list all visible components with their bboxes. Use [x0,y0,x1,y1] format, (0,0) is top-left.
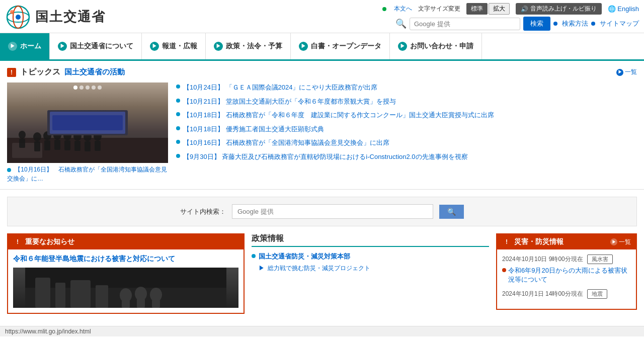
logo-text: 国土交通省 [35,8,106,26]
nav-item-about[interactable]: ▶ 国土交通省について [50,33,142,59]
topic-link-4[interactable]: 【10月16日】 石橋政務官が「全国港湾知事協議会意見交換会」に出席 [183,138,389,148]
topic-dot-0 [176,84,180,89]
nav-item-news[interactable]: ▶ 報道・広報 [142,33,206,59]
disaster-title: ! 災害・防災情報 [502,237,564,246]
topic-link-2[interactable]: 【10月18日】 石橋政務官が「令和６年度 建設業に関する作文コンクール」国土交… [183,110,494,120]
svg-rect-35 [137,299,145,308]
site-search-button[interactable]: 🔍 [439,205,464,219]
nav-item-home[interactable]: ▶ ホーム [0,33,50,59]
speaker-icon: 🔊 [521,6,528,13]
lower-right: ! 災害・防災情報 ▶ 一覧 2024年10月10日 9時00分現在 風水害 [496,233,637,319]
notice-link[interactable]: 令和６年能登半島地震における被害と対応について [13,255,175,263]
svg-point-4 [10,10,14,14]
policy-sub-link-0[interactable]: 総力戦で挑む防災・減災プロジェクト [268,264,370,273]
policy-dot-0 [252,254,256,258]
dot-5 [98,86,102,90]
policy-section: 政策情報 国土交通省防災・減災対策本部 ▶ 総力戦で挑む防災・減災プロジェクト [252,233,489,273]
topics-image-caption[interactable]: 【10月16日】 石橋政務官が「全国港湾知事協議会意見交換会」に… [7,165,168,183]
topic-link-1[interactable]: 【10月21日】 堂故国土交通副大臣が「令和６年度都市景観大賞」を授与 [183,97,396,107]
svg-rect-25 [52,115,123,130]
topics-content: 【10月16日】 石橋政務官が「全国港湾知事協議会意見交換会」に… 【10月24… [7,82,637,183]
policy-link-0[interactable]: 国土交通省防災・減災対策本部 [259,252,350,261]
topic-link-3[interactable]: 【10月18日】 優秀施工者国土交通大臣顕彰式典 [183,124,324,134]
disaster-item-0: 2024年10月10日 9時00分現在 風水害 令和6年9月20日からの大雨によ… [502,255,631,284]
nav-item-policy[interactable]: ▶ 政策・法令・予算 [206,33,291,59]
honbun-link[interactable]: 本文へ [394,5,412,13]
standard-btn[interactable]: 標準 [466,3,488,15]
topic-item-4: 【10月16日】 石橋政務官が「全国港湾知事協議会意見交換会」に出席 [176,138,637,148]
svg-rect-30 [70,280,91,308]
svg-point-32 [120,288,132,302]
size-buttons: 標準 拡大 [466,3,510,15]
nav-arrow-about: ▶ [58,42,67,51]
svg-point-36 [150,288,162,302]
nav-item-data[interactable]: ▶ 白書・オープンデータ [291,33,390,59]
important-notice: ! 重要なお知らせ 令和６年能登半島地震における被害と対応について [7,233,245,314]
nav-arrow-policy: ▶ [214,42,223,51]
disaster-date-0: 2024年10月10日 9時00分現在 風水害 [502,255,631,264]
dot-2 [79,86,84,90]
svg-rect-20 [95,141,101,151]
topic-item-2: 【10月18日】 石橋政務官が「令和６年度 建設業に関する作文コンクール」国土交… [176,110,637,120]
nav-arrow-contact: ▶ [398,42,407,51]
search-method-link[interactable]: 検索方法 [562,19,588,28]
topic-dot-5 [176,154,180,158]
topic-dot-3 [176,126,180,130]
svg-point-34 [135,287,147,301]
disaster-red-dot-0 [502,268,506,272]
logo-area[interactable]: 国土交通省 [5,5,106,29]
topic-item-3: 【10月18日】 優秀施工者国土交通大臣顕彰式典 [176,124,637,134]
svg-rect-28 [35,278,50,308]
dot-4 [92,86,96,90]
topics-image-box: 【10月16日】 石橋政務官が「全国港湾知事協議会意見交換会」に… [7,82,168,183]
audio-btn[interactable]: 🔊 音声読み上げ・ルビ振り [516,3,602,15]
search-row: 🔍 検索 検索方法 サイトマップ [395,17,639,31]
header: 国土交通省 本文へ 文字サイズ変更 標準 拡大 🔊 音声読み上げ・ルビ振り 🌐 … [0,0,644,33]
topics-subtitle: 国土交通省の活動 [64,67,125,77]
logo-icon [5,5,31,29]
header-top-links: 本文へ 文字サイズ変更 標準 拡大 🔊 音声読み上げ・ルビ振り 🌐 Englis… [382,3,639,15]
kakudai-btn[interactable]: 拡大 [489,3,510,15]
topic-link-5[interactable]: 【9月30日】 斉藤大臣及び石橋政務官が直轄砂防現場におけるi-Construc… [183,152,468,162]
main-content: ! トピックス 国土交通省の活動 ▶ 一覧 [0,61,644,326]
site-search-label: サイト内検索： [180,207,226,216]
site-search-input[interactable] [232,204,433,219]
sitemap-dot [591,22,595,26]
search-input[interactable] [410,18,520,30]
ichiran-arrow-icon: ▶ [616,69,623,76]
search-button[interactable]: 検索 [523,17,550,31]
search-icon: 🔍 [395,18,407,29]
disaster-ichiran-link[interactable]: ▶ 一覧 [610,238,631,246]
topics-header: ! トピックス 国土交通省の活動 ▶ 一覧 [7,67,637,77]
important-notice-header: ! 重要なお知らせ [8,234,244,249]
image-dots [73,86,102,90]
sitemap-link[interactable]: サイトマップ [600,19,639,28]
svg-rect-29 [55,283,65,308]
header-top: 国土交通省 本文へ 文字サイズ変更 標準 拡大 🔊 音声読み上げ・ルビ振り 🌐 … [0,0,644,33]
status-bar: https://www.mlit.go.jp/index.html [0,326,644,336]
globe-icon: 🌐 [608,5,616,13]
svg-point-7 [33,132,41,141]
topic-item-5: 【9月30日】 斉藤大臣及び石橋政務官が直轄砂防現場におけるi-Construc… [176,152,637,162]
disaster-date-1: 2024年10月1日 14時00分現在 地震 [502,289,631,299]
nav-arrow-data: ▶ [299,42,308,51]
lower-section: ! 重要なお知らせ 令和６年能登半島地震における被害と対応について [0,226,644,326]
svg-rect-8 [34,141,40,151]
topics-ichiran-link[interactable]: ▶ 一覧 [616,68,637,76]
honbun-dot [382,7,386,11]
topics-image-svg [7,108,168,163]
dot-3 [86,86,90,90]
nav-item-contact[interactable]: ▶ お問い合わせ・申請 [390,33,482,59]
topic-item-1: 【10月21日】 堂故国土交通副大臣が「令和６年度都市景観大賞」を授与 [176,97,637,107]
nav-arrow-news: ▶ [150,42,159,51]
disaster-badge-0: 風水害 [587,255,613,264]
lower-left: ! 重要なお知らせ 令和６年能登半島地震における被害と対応について [7,233,245,319]
notice-exclamation-icon: ! [13,237,22,246]
topic-dot-1 [176,99,180,103]
exclamation-icon: ! [7,68,16,77]
dot-1 [73,86,77,90]
disaster-link-0[interactable]: 令和6年9月20日からの大雨による被害状況等について [502,266,631,284]
english-link[interactable]: 🌐 English [608,5,639,13]
topic-link-0[interactable]: 【10月24日】 「ＧＥＡ国際会議2024」にこやり大臣政務官が出席 [183,82,377,93]
topic-item-0: 【10月24日】 「ＧＥＡ国際会議2024」にこやり大臣政務官が出席 [176,82,637,93]
